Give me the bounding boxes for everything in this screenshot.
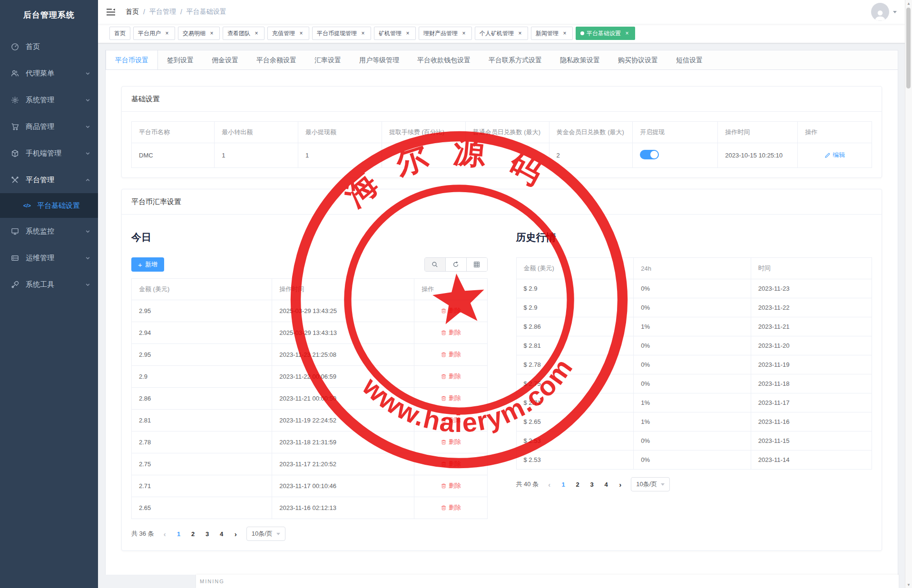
- next-page-icon[interactable]: ›: [233, 530, 239, 538]
- close-icon[interactable]: ×: [360, 30, 366, 37]
- columns-button[interactable]: [466, 258, 487, 271]
- hamburger-icon[interactable]: [107, 8, 117, 16]
- refresh-button[interactable]: [445, 258, 466, 271]
- page-number[interactable]: 1: [557, 481, 569, 488]
- prev-page-icon[interactable]: ‹: [162, 530, 168, 538]
- page-number[interactable]: 3: [201, 530, 214, 538]
- avatar-dropdown-caret-icon[interactable]: [893, 11, 897, 13]
- delete-button[interactable]: 删除: [441, 503, 461, 512]
- tag-item[interactable]: 理财产品管理 ×: [419, 27, 472, 40]
- tab-item[interactable]: 用户等级管理: [350, 50, 408, 69]
- tab-item[interactable]: 签到设置: [158, 50, 203, 69]
- actions-cell: 删除: [414, 366, 487, 388]
- delete-label: 删除: [449, 481, 461, 490]
- page-number[interactable]: 2: [187, 530, 199, 538]
- op-time-cell: 2023-10-15 10:25:10: [718, 143, 798, 168]
- amount-cell: $ 2.75: [516, 374, 634, 393]
- tab-item[interactable]: 平台余额设置: [247, 50, 305, 69]
- delete-label: 删除: [449, 328, 461, 337]
- close-icon[interactable]: ×: [624, 30, 630, 37]
- history-table: 金额 (美元)24h时间 $ 2.9 0% 2023-: [516, 257, 873, 470]
- prev-page-icon[interactable]: ‹: [546, 480, 552, 489]
- delete-button[interactable]: 删除: [441, 350, 461, 359]
- delete-button[interactable]: 删除: [441, 438, 461, 446]
- table-row: 2.86 2023-11-21 00:00:50 删除: [132, 388, 488, 410]
- sidebar-item-ops-management[interactable]: 运维管理: [0, 245, 98, 271]
- next-page-icon[interactable]: ›: [617, 480, 623, 489]
- page-number[interactable]: 3: [586, 481, 598, 488]
- page-number[interactable]: 1: [173, 530, 185, 538]
- edit-button[interactable]: 编辑: [824, 151, 845, 159]
- add-button[interactable]: + 新增: [131, 257, 164, 272]
- tab-item[interactable]: 平台收款钱包设置: [408, 50, 480, 69]
- delete-button[interactable]: 删除: [441, 416, 461, 424]
- monitor-icon: [10, 227, 19, 235]
- date-cell: 2023-11-16: [751, 412, 872, 431]
- sidebar-item-platform-basic-settings[interactable]: </> 平台基础设置: [0, 193, 98, 218]
- page-size-select[interactable]: 10条/页: [631, 477, 670, 491]
- tag-item[interactable]: 首页 ×: [109, 27, 130, 40]
- page-number[interactable]: 4: [216, 530, 228, 538]
- sidebar-item-system-tools[interactable]: 系统工具: [0, 271, 98, 298]
- tab-item[interactable]: 短信设置: [667, 50, 712, 69]
- delete-button[interactable]: 删除: [441, 394, 461, 402]
- avatar[interactable]: [871, 3, 889, 21]
- sidebar-item-mobile-management[interactable]: 手机端管理: [0, 140, 98, 167]
- breadcrumb-platform-management[interactable]: 平台管理: [149, 8, 176, 16]
- column-header: 操作时间: [272, 279, 414, 300]
- delete-button[interactable]: 删除: [441, 306, 461, 315]
- page-size-select[interactable]: 10条/页: [246, 527, 285, 541]
- tag-item[interactable]: 交易明细 ×: [178, 27, 220, 40]
- tab-item[interactable]: 平台联系方式设置: [480, 50, 551, 69]
- page-number[interactable]: 2: [571, 481, 584, 488]
- withdraw-toggle-cell: [633, 143, 718, 168]
- time-cell: 2023-11-18 21:31:59: [272, 431, 414, 453]
- withdraw-toggle[interactable]: [640, 150, 659, 159]
- delete-button[interactable]: 删除: [441, 372, 461, 381]
- chevron-down-icon: [276, 533, 280, 535]
- sidebar-item-system-monitor[interactable]: 系统监控: [0, 218, 98, 245]
- delete-button[interactable]: 删除: [441, 481, 461, 490]
- sidebar-item-agent-menu[interactable]: 代理菜单: [0, 60, 98, 87]
- tab-item[interactable]: 购买协议设置: [609, 50, 667, 69]
- sidebar-item-platform-management[interactable]: 平台管理: [0, 167, 98, 193]
- chevron-up-icon: [85, 177, 90, 183]
- sidebar-item-goods-management[interactable]: 商品管理: [0, 113, 98, 140]
- breadcrumb-home[interactable]: 首页: [126, 8, 139, 16]
- scroll-up-icon[interactable]: ▲: [905, 0, 912, 7]
- close-icon[interactable]: ×: [517, 30, 523, 37]
- scrollbar-thumb[interactable]: [906, 8, 911, 88]
- date-cell: 2023-11-20: [751, 336, 872, 355]
- tab-item[interactable]: 佣金设置: [203, 50, 247, 69]
- tag-item[interactable]: 平台基础设置 ×: [576, 27, 635, 40]
- tag-item[interactable]: 充值管理 ×: [267, 27, 309, 40]
- tab-item[interactable]: 隐私政策设置: [551, 50, 609, 69]
- close-icon[interactable]: ×: [253, 30, 260, 37]
- search-button[interactable]: [425, 258, 445, 271]
- sidebar-item-system-management[interactable]: 系统管理: [0, 87, 98, 113]
- close-icon[interactable]: ×: [461, 30, 467, 37]
- close-icon[interactable]: ×: [164, 30, 170, 37]
- scroll-down-icon[interactable]: ▼: [905, 581, 912, 588]
- tag-item[interactable]: 查看团队 ×: [223, 27, 265, 40]
- sidebar-item-home[interactable]: 首页: [0, 33, 98, 60]
- delete-button[interactable]: 删除: [441, 460, 461, 468]
- table-row: 2.9 2023-11-22 00:06:59 删除: [132, 366, 488, 388]
- date-cell: 2023-11-14: [751, 451, 872, 470]
- total-count: 共 36 条: [131, 529, 154, 538]
- close-icon[interactable]: ×: [404, 30, 411, 37]
- tab-item[interactable]: 汇率设置: [305, 50, 350, 69]
- page-scrollbar[interactable]: ▲ ▼: [905, 0, 912, 588]
- page-number[interactable]: 4: [600, 481, 612, 488]
- close-icon[interactable]: ×: [208, 30, 215, 37]
- tag-item[interactable]: 矿机管理 ×: [374, 27, 416, 40]
- tag-item[interactable]: 平台币提现管理 ×: [312, 27, 371, 40]
- delete-button[interactable]: 删除: [441, 328, 461, 337]
- close-icon[interactable]: ×: [298, 30, 304, 37]
- tab-item[interactable]: 平台币设置: [106, 50, 158, 69]
- tag-item[interactable]: 新闻管理 ×: [531, 27, 573, 40]
- tag-item[interactable]: 平台用户 ×: [133, 27, 175, 40]
- close-icon[interactable]: ×: [561, 30, 568, 37]
- tag-item[interactable]: 个人矿机管理 ×: [475, 27, 528, 40]
- tag-label: 充值管理: [272, 29, 295, 38]
